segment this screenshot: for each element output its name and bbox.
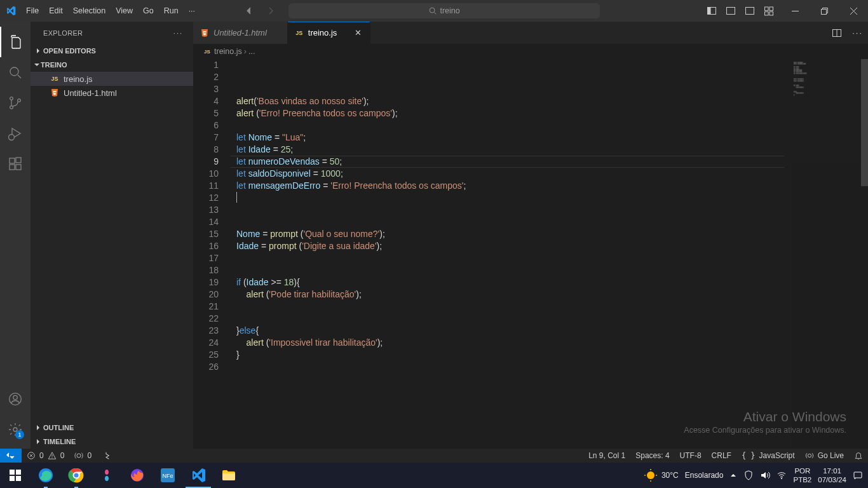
line-numbers: 1234567891011121314151617181920212223242… xyxy=(193,59,230,449)
html-file-icon xyxy=(50,88,60,98)
layout-right-icon[interactable] xyxy=(745,6,755,16)
taskbar-firefox-icon[interactable] xyxy=(122,463,153,488)
svg-point-30 xyxy=(808,454,811,457)
menu-more-icon[interactable]: ··· xyxy=(184,0,200,22)
svg-rect-7 xyxy=(765,7,769,11)
tray-wifi-icon[interactable] xyxy=(776,470,787,480)
tab-bar: Untitled-1.html ✕ JS treino.js ✕ ··· xyxy=(193,22,868,44)
svg-point-15 xyxy=(18,99,21,102)
window-maximize-icon[interactable] xyxy=(810,0,839,22)
menu-go[interactable]: Go xyxy=(139,0,158,22)
svg-point-14 xyxy=(10,106,13,109)
code-content[interactable]: alert('Boas vindas ao nosso site');alert… xyxy=(230,59,868,449)
svg-point-22 xyxy=(13,395,17,399)
section-outline[interactable]: OUTLINE xyxy=(31,421,193,435)
activity-settings-icon[interactable]: 1 xyxy=(0,414,31,445)
svg-rect-9 xyxy=(765,12,769,16)
svg-text:NFe: NFe xyxy=(162,473,173,479)
taskbar-vscode-icon[interactable] xyxy=(183,463,214,488)
file-untitled-html[interactable]: Untitled-1.html xyxy=(31,86,193,100)
section-open-editors[interactable]: OPEN EDITORS xyxy=(31,44,193,58)
activity-explorer-icon[interactable] xyxy=(0,27,31,57)
taskbar-explorer-icon[interactable] xyxy=(214,463,244,488)
minimap[interactable]: ████ ███████ ████ ███████████ ██ ████ ██… xyxy=(791,59,861,449)
start-button[interactable] xyxy=(0,463,31,488)
taskbar-edge-icon[interactable] xyxy=(31,463,61,488)
activity-accounts-icon[interactable] xyxy=(0,384,31,414)
tab-close-icon[interactable]: ✕ xyxy=(353,28,363,38)
file-treino-js[interactable]: JS treino.js xyxy=(31,72,193,86)
svg-rect-31 xyxy=(10,470,15,475)
remote-icon[interactable] xyxy=(0,449,22,463)
taskbar-chrome-icon[interactable] xyxy=(61,463,92,488)
tab-untitled-html[interactable]: Untitled-1.html ✕ xyxy=(193,22,288,44)
html-file-icon xyxy=(200,28,210,38)
status-encoding[interactable]: UTF-8 xyxy=(675,451,707,460)
split-editor-icon[interactable] xyxy=(832,28,842,38)
settings-badge: 1 xyxy=(15,430,24,439)
layout-left-icon[interactable] xyxy=(707,6,717,16)
activity-scm-icon[interactable] xyxy=(0,88,31,118)
svg-rect-8 xyxy=(770,7,773,11)
layout-bottom-icon[interactable] xyxy=(726,6,736,16)
search-command-center[interactable]: treino xyxy=(288,3,600,18)
menu-bar: File Edit Selection View Go Run ··· xyxy=(22,0,200,22)
svg-rect-18 xyxy=(10,165,15,170)
section-timeline[interactable]: TIMELINE xyxy=(31,435,193,449)
activity-search-icon[interactable] xyxy=(0,57,31,88)
status-golive[interactable]: Go Live xyxy=(800,451,849,460)
more-actions-icon[interactable]: ··· xyxy=(852,28,863,37)
status-cursor-position[interactable]: Ln 9, Col 1 xyxy=(583,451,630,460)
svg-rect-2 xyxy=(708,8,711,15)
svg-rect-11 xyxy=(821,9,826,14)
explorer-title: EXPLORER xyxy=(43,29,83,37)
tray-chevron-up-icon[interactable] xyxy=(729,471,737,479)
status-notifications-icon[interactable] xyxy=(849,451,868,460)
status-ports[interactable]: 0 xyxy=(69,449,97,463)
window-close-icon[interactable] xyxy=(839,0,868,22)
status-eol[interactable]: CRLF xyxy=(707,451,736,460)
js-file-icon: JS xyxy=(202,46,212,57)
layout-customize-icon[interactable] xyxy=(764,6,774,16)
tray-datetime[interactable]: 17:01 07/03/24 xyxy=(818,466,846,484)
vertical-scrollbar[interactable] xyxy=(861,59,868,449)
tray-volume-icon[interactable] xyxy=(760,470,770,480)
svg-point-28 xyxy=(51,458,52,458)
menu-edit[interactable]: Edit xyxy=(44,0,67,22)
titlebar: File Edit Selection View Go Run ··· trei… xyxy=(0,0,868,22)
status-problems[interactable]: 0 0 xyxy=(22,449,69,463)
menu-file[interactable]: File xyxy=(22,0,43,22)
tray-lang[interactable]: POR PTB2 xyxy=(793,466,811,484)
menu-selection[interactable]: Selection xyxy=(69,0,110,22)
activity-bar: 1 xyxy=(0,22,31,449)
window-minimize-icon[interactable] xyxy=(780,0,810,22)
svg-rect-20 xyxy=(16,158,21,163)
taskbar-nfe-icon[interactable]: NFe xyxy=(153,463,183,488)
nav-back-icon[interactable] xyxy=(244,6,254,16)
activity-extensions-icon[interactable] xyxy=(0,149,31,179)
status-indent[interactable]: Spaces: 4 xyxy=(630,451,674,460)
menu-view[interactable]: View xyxy=(111,0,137,22)
status-live-preview[interactable] xyxy=(97,449,116,463)
tray-security-icon[interactable] xyxy=(743,470,754,480)
svg-point-12 xyxy=(10,67,18,76)
nav-forward-icon[interactable] xyxy=(266,6,276,16)
svg-rect-17 xyxy=(10,158,15,163)
folder-treino[interactable]: TREINO xyxy=(31,58,193,72)
status-language[interactable]: { }JavaScript xyxy=(736,451,800,460)
js-file-icon: JS xyxy=(50,74,60,84)
tab-treino-js[interactable]: JS treino.js ✕ xyxy=(288,22,370,44)
code-editor[interactable]: 1234567891011121314151617181920212223242… xyxy=(193,59,868,449)
explorer-more-icon[interactable]: ··· xyxy=(173,29,183,37)
chevron-right-icon xyxy=(33,47,43,55)
taskbar-copilot-icon[interactable] xyxy=(92,463,122,488)
breadcrumb[interactable]: JS treino.js › ... xyxy=(193,44,868,59)
editor-group: Untitled-1.html ✕ JS treino.js ✕ ··· JS … xyxy=(193,22,868,449)
menu-run[interactable]: Run xyxy=(159,0,183,22)
activity-debug-icon[interactable] xyxy=(0,118,31,149)
status-bar: 0 0 0 Ln 9, Col 1 Spaces: 4 UTF-8 CRLF {… xyxy=(0,449,868,463)
svg-point-13 xyxy=(10,97,13,100)
chevron-right-icon xyxy=(33,438,43,445)
tray-weather[interactable]: 30°C Ensolarado xyxy=(644,468,724,482)
tray-notifications-icon[interactable] xyxy=(853,470,863,480)
